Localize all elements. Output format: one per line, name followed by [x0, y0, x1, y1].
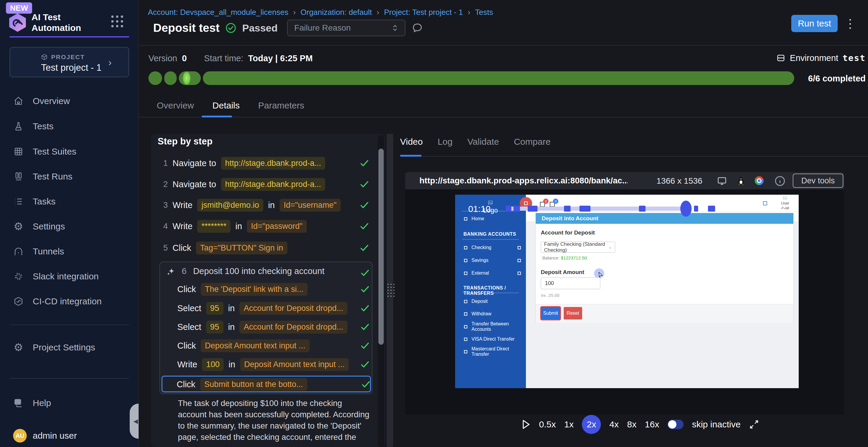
- sidebar-item-overview[interactable]: Overview: [13, 93, 70, 109]
- failure-reason-select[interactable]: Failure Reason: [287, 20, 405, 36]
- substep-row[interactable]: Write 100 in Deposit Amount text input .…: [177, 357, 349, 372]
- comment-icon[interactable]: [411, 22, 423, 34]
- step-row[interactable]: 5 Click Tag="BUTTON" Sign in: [160, 241, 287, 255]
- step-target-pill[interactable]: Deposit Amount text input ...: [201, 339, 310, 352]
- timeline-marker[interactable]: [639, 206, 646, 212]
- step-target-pill[interactable]: Account for Deposit dropd...: [240, 321, 347, 334]
- bank-nav-withdraw[interactable]: Withdraw: [464, 311, 491, 317]
- notification-icon[interactable]: 0: [540, 202, 545, 207]
- tab-log[interactable]: Log: [438, 137, 453, 147]
- sidebar-item-tunnels[interactable]: Tunnels: [13, 244, 64, 259]
- sidebar-collapse-handle[interactable]: ◀: [130, 404, 138, 439]
- step-value-pill[interactable]: ********: [197, 220, 230, 233]
- sidebar-item-tests[interactable]: Tests: [13, 118, 54, 134]
- step-target-pill[interactable]: Id="username": [280, 199, 341, 212]
- sidebar-item-slack[interactable]: Slack integration: [13, 269, 99, 284]
- bank-nav-deposit[interactable]: Deposit: [464, 298, 488, 305]
- breadcrumb-project[interactable]: Project: Test project - 1: [384, 8, 463, 17]
- bank-submit-button[interactable]: Submit: [541, 307, 560, 319]
- tab-parameters[interactable]: Parameters: [258, 100, 304, 110]
- tab-validate[interactable]: Validate: [467, 137, 499, 147]
- timeline-marker[interactable]: [694, 206, 698, 212]
- step-target-pill[interactable]: Account for Deposit dropd...: [240, 302, 347, 315]
- timeline-marker[interactable]: [564, 206, 570, 212]
- substep-row-selected[interactable]: Click Submit button at the botto...: [161, 376, 371, 392]
- step-target-pill[interactable]: Tag="BUTTON" Sign in: [196, 242, 287, 254]
- account-select[interactable]: Family Checking (Standard Checking)⌄: [541, 242, 615, 253]
- step-group[interactable]: 6 Deposit 100 into checking account Clic…: [159, 262, 372, 394]
- sidebar-item-settings[interactable]: ⚙ Settings: [13, 219, 65, 234]
- sidebar-item-help[interactable]: ? Help: [13, 395, 51, 411]
- timeline-playhead[interactable]: [680, 201, 692, 217]
- tab-details[interactable]: Details: [212, 100, 240, 110]
- step-value-pill[interactable]: http://stage.dbank.prod-a...: [221, 178, 326, 191]
- scrollbar-thumb[interactable]: [378, 148, 384, 345]
- speed-8x[interactable]: 8x: [627, 419, 637, 429]
- substep-row[interactable]: Click Deposit Amount text input ...: [177, 339, 310, 353]
- step-value-pill[interactable]: http://stage.dbank.prod-a...: [221, 157, 326, 170]
- speed-2x[interactable]: 2x: [582, 415, 601, 434]
- timeline-marker[interactable]: [528, 206, 537, 212]
- progress-segment[interactable]: [203, 71, 794, 85]
- breadcrumb-tests[interactable]: Tests: [475, 8, 493, 17]
- bank-nav-home[interactable]: Home: [464, 215, 484, 222]
- sidebar-item-project-settings[interactable]: ⚙ Project Settings: [13, 340, 95, 355]
- step-target-pill[interactable]: The 'Deposit' link with a si...: [201, 283, 308, 296]
- speed-0.5x[interactable]: 0.5x: [539, 419, 556, 429]
- info-icon[interactable]: [774, 175, 786, 187]
- timeline-marker[interactable]: [708, 206, 715, 212]
- bank-reset-button[interactable]: Reset: [564, 307, 582, 319]
- sidebar-item-cicd[interactable]: CI-CD integration: [13, 294, 102, 309]
- amount-input[interactable]: 100: [541, 277, 600, 289]
- step-value-pill[interactable]: 95: [206, 302, 223, 315]
- step-target-pill[interactable]: Submit button at the botto...: [200, 378, 307, 391]
- sidebar-item-tasks[interactable]: Tasks: [13, 194, 56, 209]
- step-row[interactable]: 2 Navigate to http://stage.dbank.prod-a.…: [160, 177, 325, 192]
- skip-inactive-toggle[interactable]: [668, 420, 684, 429]
- progress-segment[interactable]: [149, 71, 162, 85]
- tab-video[interactable]: Video: [400, 137, 423, 147]
- substep-row[interactable]: Click The 'Deposit' link with a si...: [177, 282, 308, 296]
- step-value-pill[interactable]: jsmith@demo.io: [197, 199, 263, 212]
- bank-nav-visa[interactable]: VISA Direct Transfer: [464, 336, 515, 342]
- timeline-marker[interactable]: [514, 206, 520, 212]
- step-target-pill[interactable]: Id="password": [247, 220, 307, 233]
- notification-icon[interactable]: 0: [550, 202, 555, 207]
- tab-compare[interactable]: Compare: [514, 137, 550, 147]
- timeline-marker[interactable]: [580, 206, 590, 212]
- speed-1x[interactable]: 1x: [564, 419, 574, 429]
- step-row[interactable]: 1 Navigate to http://stage.dbank.prod-a.…: [160, 156, 325, 170]
- sidebar-item-test-suites[interactable]: Test Suites: [13, 144, 76, 159]
- substep-row[interactable]: Select 95 in Account for Deposit dropd..…: [177, 301, 347, 315]
- kebab-menu-icon[interactable]: ⋮: [844, 16, 856, 30]
- progress-segment[interactable]: [164, 71, 177, 85]
- sidebar-item-test-runs[interactable]: Test Runs: [13, 169, 72, 184]
- tab-overview[interactable]: Overview: [157, 100, 194, 110]
- bank-nav-mastercard[interactable]: Mastercard Direct Transfer: [464, 348, 526, 355]
- substep-row[interactable]: Select 95 in Account for Deposit dropd..…: [177, 320, 347, 334]
- step-value-pill[interactable]: 100: [202, 358, 224, 371]
- run-test-button[interactable]: Run test: [791, 15, 838, 32]
- apps-grid-icon[interactable]: [111, 15, 124, 28]
- step-row[interactable]: 3 Write jsmith@demo.io in Id="username": [160, 198, 341, 212]
- user-menu[interactable]: AU admin user: [13, 428, 77, 443]
- timeline-marker[interactable]: [506, 206, 512, 212]
- speed-4x[interactable]: 4x: [609, 419, 619, 429]
- breadcrumb-account[interactable]: Account: Devspace_all_module_licenses: [148, 8, 288, 17]
- project-selector[interactable]: PROJECT Test project - 1 ›: [9, 47, 129, 77]
- timeline-track[interactable]: [506, 207, 745, 211]
- step-target-pill[interactable]: Deposit Amount text input ...: [240, 358, 349, 371]
- breadcrumb-organization[interactable]: Organization: default: [301, 8, 372, 17]
- bank-nav-checking[interactable]: Checking: [464, 244, 521, 251]
- bank-nav-external[interactable]: External: [464, 270, 521, 276]
- progress-segment[interactable]: [179, 71, 201, 85]
- bank-nav-transfer[interactable]: Transfer Between Accounts: [464, 323, 526, 330]
- play-icon[interactable]: [521, 419, 531, 430]
- bank-nav-savings[interactable]: Savings: [464, 257, 521, 264]
- run-progress-bar[interactable]: [149, 71, 794, 85]
- fullscreen-icon[interactable]: [749, 419, 759, 429]
- speed-16x[interactable]: 16x: [645, 419, 659, 429]
- step-value-pill[interactable]: 95: [206, 321, 223, 334]
- step-row[interactable]: 4 Write ******** in Id="password": [160, 219, 307, 233]
- devtools-button[interactable]: Dev tools: [793, 174, 843, 188]
